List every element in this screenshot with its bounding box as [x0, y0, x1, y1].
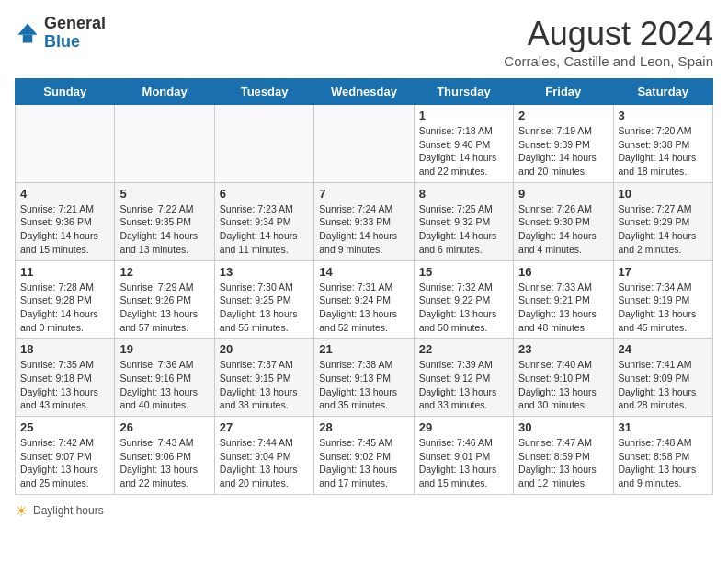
day-info: Sunrise: 7:35 AM Sunset: 9:18 PM Dayligh… [20, 358, 109, 412]
calendar-cell: 2Sunrise: 7:19 AM Sunset: 9:39 PM Daylig… [514, 105, 613, 183]
day-number: 25 [20, 420, 109, 434]
day-info: Sunrise: 7:22 AM Sunset: 9:35 PM Dayligh… [119, 202, 209, 257]
calendar-cell: 9Sunrise: 7:26 AM Sunset: 9:30 PM Daylig… [514, 182, 613, 260]
day-header-monday: Monday [115, 79, 214, 105]
calendar-cell: 22Sunrise: 7:39 AM Sunset: 9:12 PM Dayli… [414, 339, 513, 417]
day-number: 19 [119, 342, 209, 356]
calendar-cell: 7Sunrise: 7:24 AM Sunset: 9:33 PM Daylig… [314, 182, 414, 260]
calendar-cell: 3Sunrise: 7:20 AM Sunset: 9:38 PM Daylig… [613, 105, 712, 183]
day-info: Sunrise: 7:31 AM Sunset: 9:24 PM Dayligh… [319, 281, 408, 335]
day-number: 20 [220, 342, 309, 356]
calendar-cell: 6Sunrise: 7:23 AM Sunset: 9:34 PM Daylig… [214, 182, 313, 260]
calendar-cell [115, 105, 214, 183]
calendar-cell: 10Sunrise: 7:27 AM Sunset: 9:29 PM Dayli… [613, 182, 712, 260]
day-number: 13 [220, 265, 309, 279]
day-number: 10 [619, 187, 708, 201]
day-header-wednesday: Wednesday [314, 79, 414, 105]
day-number: 2 [518, 109, 608, 122]
day-info: Sunrise: 7:23 AM Sunset: 9:34 PM Dayligh… [220, 202, 309, 257]
logo-general: General [44, 14, 106, 32]
day-number: 11 [20, 265, 109, 279]
week-row-5: 25Sunrise: 7:42 AM Sunset: 9:07 PM Dayli… [16, 417, 713, 495]
day-info: Sunrise: 7:48 AM Sunset: 8:58 PM Dayligh… [619, 436, 708, 490]
calendar-cell: 8Sunrise: 7:25 AM Sunset: 9:32 PM Daylig… [414, 182, 513, 260]
week-row-3: 11Sunrise: 7:28 AM Sunset: 9:28 PM Dayli… [16, 260, 713, 339]
day-info: Sunrise: 7:27 AM Sunset: 9:29 PM Dayligh… [619, 202, 708, 257]
sun-icon: ☀ [15, 502, 28, 520]
calendar-cell: 27Sunrise: 7:44 AM Sunset: 9:04 PM Dayli… [214, 417, 313, 495]
day-info: Sunrise: 7:36 AM Sunset: 9:16 PM Dayligh… [119, 358, 209, 412]
day-number: 21 [319, 342, 408, 356]
day-number: 27 [220, 420, 309, 434]
day-info: Sunrise: 7:37 AM Sunset: 9:15 PM Dayligh… [220, 358, 309, 412]
week-row-4: 18Sunrise: 7:35 AM Sunset: 9:18 PM Dayli… [16, 339, 713, 417]
svg-rect-1 [23, 35, 33, 43]
calendar-cell: 11Sunrise: 7:28 AM Sunset: 9:28 PM Dayli… [16, 260, 115, 339]
day-info: Sunrise: 7:28 AM Sunset: 9:28 PM Dayligh… [20, 281, 109, 335]
day-info: Sunrise: 7:43 AM Sunset: 9:06 PM Dayligh… [119, 436, 209, 490]
month-year: August 2024 [504, 15, 713, 53]
day-number: 24 [619, 342, 708, 356]
day-number: 17 [619, 265, 708, 279]
calendar-cell: 29Sunrise: 7:46 AM Sunset: 9:01 PM Dayli… [414, 417, 513, 495]
calendar-cell: 21Sunrise: 7:38 AM Sunset: 9:13 PM Dayli… [314, 339, 414, 417]
logo-icon [15, 20, 40, 46]
calendar-cell: 23Sunrise: 7:40 AM Sunset: 9:10 PM Dayli… [514, 339, 613, 417]
day-info: Sunrise: 7:21 AM Sunset: 9:36 PM Dayligh… [20, 202, 109, 257]
footer-note: ☀ Daylight hours [15, 502, 713, 520]
day-number: 26 [119, 420, 209, 434]
header-row: SundayMondayTuesdayWednesdayThursdayFrid… [16, 79, 713, 105]
day-info: Sunrise: 7:29 AM Sunset: 9:26 PM Dayligh… [119, 281, 209, 335]
calendar-cell: 20Sunrise: 7:37 AM Sunset: 9:15 PM Dayli… [214, 339, 313, 417]
calendar-cell: 4Sunrise: 7:21 AM Sunset: 9:36 PM Daylig… [16, 182, 115, 260]
calendar-cell: 18Sunrise: 7:35 AM Sunset: 9:18 PM Dayli… [16, 339, 115, 417]
calendar-cell: 31Sunrise: 7:48 AM Sunset: 8:58 PM Dayli… [613, 417, 712, 495]
day-info: Sunrise: 7:47 AM Sunset: 8:59 PM Dayligh… [518, 436, 608, 490]
day-number: 4 [20, 187, 109, 201]
day-info: Sunrise: 7:34 AM Sunset: 9:19 PM Dayligh… [619, 281, 708, 335]
day-number: 18 [20, 342, 109, 356]
day-info: Sunrise: 7:19 AM Sunset: 9:39 PM Dayligh… [518, 124, 608, 178]
day-number: 16 [518, 265, 608, 279]
calendar-cell [314, 105, 414, 183]
calendar-cell: 26Sunrise: 7:43 AM Sunset: 9:06 PM Dayli… [115, 417, 214, 495]
calendar-cell: 24Sunrise: 7:41 AM Sunset: 9:09 PM Dayli… [613, 339, 712, 417]
day-info: Sunrise: 7:42 AM Sunset: 9:07 PM Dayligh… [20, 436, 109, 490]
calendar-cell: 1Sunrise: 7:18 AM Sunset: 9:40 PM Daylig… [414, 105, 513, 183]
calendar-cell: 5Sunrise: 7:22 AM Sunset: 9:35 PM Daylig… [115, 182, 214, 260]
day-number: 3 [619, 109, 708, 122]
day-info: Sunrise: 7:41 AM Sunset: 9:09 PM Dayligh… [619, 358, 708, 412]
day-number: 28 [319, 420, 408, 434]
day-info: Sunrise: 7:33 AM Sunset: 9:21 PM Dayligh… [518, 281, 608, 335]
day-info: Sunrise: 7:38 AM Sunset: 9:13 PM Dayligh… [319, 358, 408, 412]
day-number: 9 [518, 187, 608, 201]
day-header-friday: Friday [514, 79, 613, 105]
day-number: 7 [319, 187, 408, 201]
day-number: 15 [419, 265, 508, 279]
week-row-1: 1Sunrise: 7:18 AM Sunset: 9:40 PM Daylig… [16, 105, 713, 183]
location: Corrales, Castille and Leon, Spain [504, 53, 713, 69]
day-number: 8 [419, 187, 508, 201]
day-number: 31 [619, 420, 708, 434]
calendar-cell [16, 105, 115, 183]
page-header: General Blue August 2024 Corrales, Casti… [15, 15, 713, 69]
day-info: Sunrise: 7:46 AM Sunset: 9:01 PM Dayligh… [419, 436, 508, 490]
day-header-tuesday: Tuesday [214, 79, 313, 105]
day-number: 12 [119, 265, 209, 279]
daylight-label: Daylight hours [33, 504, 104, 517]
calendar-cell: 16Sunrise: 7:33 AM Sunset: 9:21 PM Dayli… [514, 260, 613, 339]
day-info: Sunrise: 7:25 AM Sunset: 9:32 PM Dayligh… [419, 202, 508, 257]
calendar-cell: 28Sunrise: 7:45 AM Sunset: 9:02 PM Dayli… [314, 417, 414, 495]
svg-marker-0 [18, 23, 38, 34]
day-info: Sunrise: 7:18 AM Sunset: 9:40 PM Dayligh… [419, 124, 508, 178]
day-header-sunday: Sunday [16, 79, 115, 105]
calendar-cell: 12Sunrise: 7:29 AM Sunset: 9:26 PM Dayli… [115, 260, 214, 339]
day-info: Sunrise: 7:45 AM Sunset: 9:02 PM Dayligh… [319, 436, 408, 490]
calendar-cell [214, 105, 313, 183]
calendar-table: SundayMondayTuesdayWednesdayThursdayFrid… [15, 78, 713, 495]
day-info: Sunrise: 7:26 AM Sunset: 9:30 PM Dayligh… [518, 202, 608, 257]
logo: General Blue [15, 15, 106, 52]
day-header-saturday: Saturday [613, 79, 712, 105]
day-number: 14 [319, 265, 408, 279]
day-header-thursday: Thursday [414, 79, 513, 105]
